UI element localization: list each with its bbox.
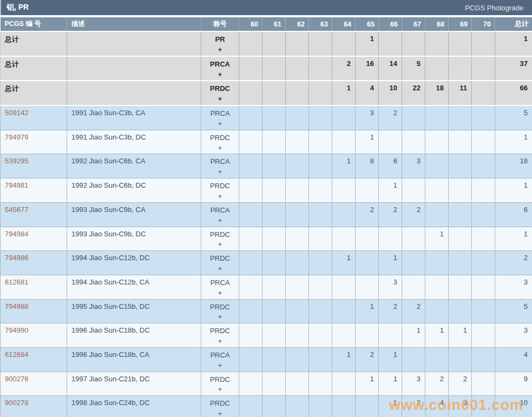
grade-65-cell: 2 <box>356 347 379 372</box>
grade-67-cell <box>402 31 425 56</box>
grade-68-cell: 1 <box>425 323 449 348</box>
pcgs-number-link[interactable]: 900276 <box>5 375 28 383</box>
designation-text: PRCA <box>202 59 238 70</box>
grade-64-cell <box>332 31 356 56</box>
pcgs-number-link[interactable]: 545677 <box>5 206 28 214</box>
grade-68-cell <box>425 130 449 154</box>
pcgs-number-link[interactable]: 794990 <box>5 326 28 334</box>
description-cell: 1996 Jiao Sun-C18b, CA <box>67 347 201 372</box>
description-cell: 1998 Jiao Sun-C24b, DC <box>67 396 201 417</box>
header-grade-69: 69 <box>449 17 472 31</box>
table-row: 5091421991 Jiao Sun-C3b, CAPRCA+325 <box>1 105 532 130</box>
grade-61-cell <box>262 105 286 130</box>
total-cell: 3 <box>495 275 532 299</box>
grade-62-cell <box>286 396 309 417</box>
pcgs-number-link[interactable]: 509142 <box>5 109 28 117</box>
table-row: 7949861994 Jiao Sun-C12b, DCPRDC+112 <box>1 251 532 275</box>
grade-63-cell <box>309 323 332 348</box>
grade-64-cell <box>332 105 356 130</box>
table-row: 7949791991 Jiao Sun-C3b, DCPRDC+11 <box>1 130 532 154</box>
designation-cell: PRCA+ <box>201 347 239 372</box>
total-row: 总计PR+11 <box>1 31 532 56</box>
grade-63-cell <box>309 275 332 299</box>
header-grade-66: 66 <box>379 17 402 31</box>
grade-63-cell <box>309 31 332 56</box>
grade-61-cell <box>262 372 286 396</box>
designation-text: PRCA <box>202 157 238 167</box>
grade-61-cell <box>262 275 286 299</box>
grade-61-cell <box>262 227 286 251</box>
total-cell: 1 <box>495 31 532 56</box>
designation-text: PRDC <box>202 181 238 191</box>
pcgs-number-link[interactable]: 794988 <box>5 302 28 310</box>
header-total: 总计 <box>495 17 532 31</box>
grade-63-cell <box>309 202 332 227</box>
designation-cell: PR+ <box>201 31 239 56</box>
grade-61-cell <box>262 323 286 348</box>
grade-62-cell <box>286 130 309 154</box>
designation-cell: PRCA+ <box>201 105 239 130</box>
pcgs-number-link[interactable]: 539295 <box>5 157 28 165</box>
header-grade-61: 61 <box>262 17 286 31</box>
grade-61-cell <box>262 251 286 275</box>
grade-67-cell <box>402 347 425 372</box>
grade-69-cell <box>449 178 472 203</box>
grade-60-cell <box>239 31 262 56</box>
grade-62-cell <box>286 105 309 130</box>
designation-text: PRDC <box>202 230 238 240</box>
table-row: 5392951992 Jiao Sun-C6b, CAPRCA+186318 <box>1 154 532 178</box>
total-cell: 66 <box>495 81 532 105</box>
grade-66-cell: 2 <box>379 202 402 227</box>
pcgs-number-link[interactable]: 794981 <box>5 181 28 189</box>
total-cell: 37 <box>495 56 532 81</box>
designation-plus: + <box>202 264 238 274</box>
grade-70-cell <box>472 81 495 105</box>
grade-67-cell: 2 <box>402 299 425 323</box>
total-label-cell: 总计 <box>1 56 67 81</box>
total-cell: 9 <box>495 372 532 396</box>
grade-61-cell <box>262 56 286 81</box>
grade-61-cell <box>262 154 286 178</box>
pcgs-number-link[interactable]: 794979 <box>5 133 28 141</box>
pcgs-number-link[interactable]: 612684 <box>5 350 28 359</box>
grade-64-cell: 1 <box>332 81 356 105</box>
grade-60-cell <box>239 154 262 178</box>
grade-60-cell <box>239 105 262 130</box>
grade-69-cell <box>449 299 472 323</box>
pcgs-number-cell: 900278 <box>1 396 67 417</box>
grade-69-cell <box>449 251 472 275</box>
total-cell: 10 <box>495 396 532 417</box>
description-cell: 1995 Jiao Sun-C15b, DC <box>67 299 201 323</box>
designation-plus: + <box>202 312 238 322</box>
pcgs-number-link[interactable]: 794986 <box>5 254 28 262</box>
pcgs-number-cell: 794984 <box>1 227 67 251</box>
designation-text: PRCA <box>202 350 238 361</box>
grade-63-cell <box>309 227 332 251</box>
total-label-cell: 总计 <box>1 31 67 56</box>
grade-61-cell <box>262 396 286 417</box>
designation-plus: + <box>202 94 238 104</box>
designation-plus: + <box>202 288 238 299</box>
grade-66-cell: 6 <box>379 154 402 178</box>
grade-68-cell <box>425 251 449 275</box>
grade-69-cell: 1 <box>449 323 472 348</box>
photograde-link[interactable]: PCGS Photograde <box>465 4 523 12</box>
title-bar: 铝, PR PCGS Photograde <box>0 0 532 15</box>
pcgs-number-link[interactable]: 900278 <box>5 399 28 407</box>
grade-69-cell <box>449 202 472 227</box>
table-row: 7949811992 Jiao Sun-C6b, DCPRDC+11 <box>1 178 532 203</box>
designation-cell: PRCA+ <box>201 56 239 81</box>
total-cell: 3 <box>495 323 532 348</box>
table-row: 6126811994 Jiao Sun-C12b, CAPRCA+33 <box>1 275 532 299</box>
pcgs-number-link[interactable]: 612681 <box>5 278 28 286</box>
grade-60-cell <box>239 347 262 372</box>
grade-70-cell <box>472 299 495 323</box>
table-row: 7949901996 Jiao Sun-C18b, DCPRDC+1113 <box>1 323 532 348</box>
grade-64-cell <box>332 227 356 251</box>
total-cell: 18 <box>495 154 532 178</box>
grade-60-cell <box>239 372 262 396</box>
grade-64-cell: 1 <box>332 154 356 178</box>
pcgs-number-link[interactable]: 794984 <box>5 230 28 238</box>
grade-65-cell <box>356 251 379 275</box>
grade-65-cell: 2 <box>356 202 379 227</box>
